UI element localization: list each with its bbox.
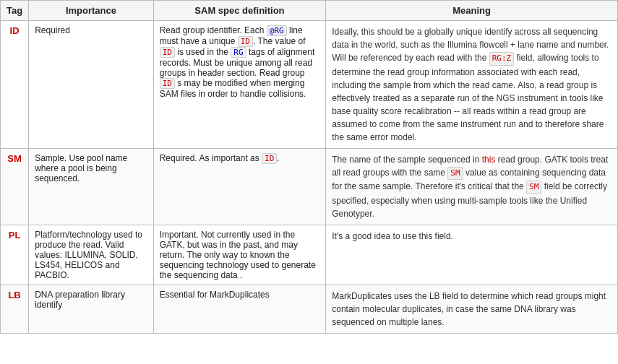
col-header-tag: Tag <box>1 1 29 21</box>
col-header-meaning: Meaning <box>326 1 618 21</box>
importance-lb: DNA preparation library identify <box>29 285 154 333</box>
meaning-lb: MarkDuplicates uses the LB field to dete… <box>326 285 618 333</box>
meaning-id: Ideally, this should be a globally uniqu… <box>326 21 618 149</box>
col-header-importance: Importance <box>29 1 154 21</box>
sam-spec-sm: Required. As important as ID. <box>153 148 326 225</box>
sam-spec-pl: Important. Not currently used in the GAT… <box>153 225 326 285</box>
table-row: PL Platform/technology used to produce t… <box>1 225 618 285</box>
importance-sm: Sample. Use pool name where a pool is be… <box>29 148 154 225</box>
table-row: SM Sample. Use pool name where a pool is… <box>1 148 618 225</box>
sam-tags-table: Tag Importance SAM spec definition Meani… <box>0 0 618 334</box>
meaning-sm: The name of the sample sequenced in this… <box>326 148 618 225</box>
meaning-pl: It's a good idea to use this field. <box>326 225 618 285</box>
tag-lb: LB <box>1 285 29 333</box>
tag-id: ID <box>1 21 29 149</box>
sam-spec-id: Read group identifier. Each @RG line mus… <box>153 21 326 149</box>
importance-pl: Platform/technology used to produce the … <box>29 225 154 285</box>
tag-sm: SM <box>1 148 29 225</box>
table-row: ID Required Read group identifier. Each … <box>1 21 618 149</box>
sam-spec-lb: Essential for MarkDuplicates <box>153 285 326 333</box>
col-header-sam-spec: SAM spec definition <box>153 1 326 21</box>
table-row: LB DNA preparation library identify Esse… <box>1 285 618 333</box>
tag-pl: PL <box>1 225 29 285</box>
importance-id: Required <box>29 21 154 149</box>
